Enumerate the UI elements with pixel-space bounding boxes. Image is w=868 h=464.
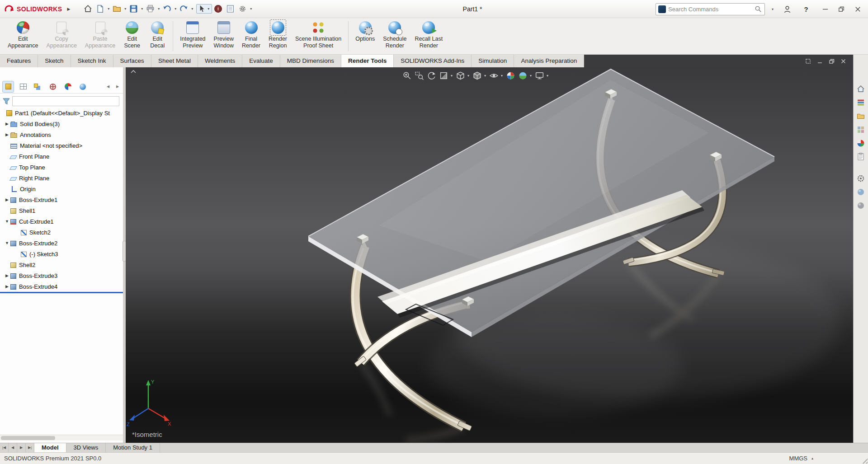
apply-scene-dropdown-arrow[interactable]: ▾ [528, 74, 533, 78]
display-style-dropdown-arrow[interactable]: ▾ [483, 74, 487, 78]
edit-scene-button[interactable]: Edit Scene [119, 20, 145, 50]
appearances-scenes-decals-icon[interactable] [856, 139, 865, 148]
tree-item-solid-bodies[interactable]: ▶ Solid Bodies(3) [0, 118, 123, 129]
undo-button[interactable] [161, 3, 173, 15]
propertymanager-tab[interactable] [18, 81, 28, 92]
select-tool-button[interactable]: ▾ [196, 4, 212, 14]
tree-item-annotations[interactable]: ▶ Annotations [0, 129, 123, 140]
tree-item-cut-extrude1[interactable]: ▼ Cut-Extrude1 [0, 216, 123, 227]
print-button[interactable] [144, 3, 156, 15]
settings-button[interactable] [236, 3, 249, 15]
tree-item-origin[interactable]: Origin [0, 183, 123, 194]
save-button[interactable] [127, 3, 140, 15]
scrollbar-thumb[interactable] [1, 436, 55, 440]
section-view-dropdown-arrow[interactable]: ▾ [449, 74, 454, 78]
graphics-viewport[interactable]: Y X Z ▾ ▾ ▾ ▾ ▾ ▾ *Isometric [126, 67, 853, 443]
marketplace-icon[interactable] [856, 187, 865, 197]
expand-arrow[interactable]: ▶ [4, 197, 10, 202]
expand-arrow[interactable]: ▶ [4, 273, 10, 278]
search-commands-box[interactable] [656, 3, 765, 15]
final-render-button[interactable]: Final Render [238, 20, 264, 50]
tree-item-boss-extrude3[interactable]: ▶ Boss-Extrude3 [0, 270, 123, 281]
account-button[interactable] [780, 3, 794, 15]
tab-sheet-metal[interactable]: Sheet Metal [151, 55, 198, 67]
hide-show-dropdown-arrow[interactable]: ▾ [500, 74, 504, 78]
tab-scroll-prev[interactable]: ◀ [9, 443, 17, 452]
expand-arrow[interactable]: ▶ [4, 132, 10, 137]
tree-item-front-plane[interactable]: Front Plane [0, 151, 123, 162]
home-button[interactable] [82, 3, 94, 15]
tab-features[interactable]: Features [0, 55, 38, 67]
tab-sketch[interactable]: Sketch [38, 55, 71, 67]
view-palette-icon[interactable] [856, 125, 865, 134]
zoom-to-area-icon[interactable] [415, 71, 424, 80]
document-properties-button[interactable] [224, 3, 236, 15]
tree-item-right-plane[interactable]: Right Plane [0, 173, 123, 183]
tab-model[interactable]: Model [34, 443, 66, 452]
units-dropdown-arrow[interactable]: ▴ [810, 453, 815, 464]
doc-close-icon[interactable] [840, 58, 847, 65]
render-region-button[interactable]: Render Region [264, 20, 291, 50]
search-icon[interactable] [755, 5, 762, 13]
file-explorer-icon[interactable] [856, 112, 865, 121]
options-button[interactable]: Options [351, 20, 379, 43]
scene-illumination-proof-sheet-button[interactable]: Scene Illumination Proof Sheet [291, 20, 345, 50]
configurationmanager-tab[interactable] [33, 81, 43, 92]
redo-dropdown-arrow[interactable]: ▾ [190, 7, 194, 11]
view-orientation-dropdown-arrow[interactable]: ▾ [466, 74, 471, 78]
preview-window-button[interactable]: Preview Window [210, 20, 238, 50]
3d-model-glass-table[interactable]: Y X Z [126, 67, 853, 443]
solidworks-resources-icon[interactable] [856, 84, 865, 94]
fit-window-icon[interactable] [805, 58, 811, 65]
tab-render-tools[interactable]: Render Tools [341, 55, 394, 67]
hide-show-items-icon[interactable] [489, 71, 499, 80]
tree-item-top-plane[interactable]: Top Plane [0, 162, 123, 173]
zoom-to-fit-icon[interactable] [402, 71, 412, 80]
menu-expand-arrow[interactable]: ▶ [67, 7, 70, 11]
displaymanager-tab[interactable] [62, 81, 73, 92]
tree-item-boss-extrude4[interactable]: ▶ Boss-Extrude4 [0, 281, 123, 292]
paste-appearance-button[interactable]: Paste Appearance [81, 20, 119, 50]
tab-scroll-last[interactable]: ▶| [26, 443, 34, 452]
featuremanager-tab[interactable] [3, 81, 14, 92]
select-dropdown-arrow[interactable]: ▾ [206, 7, 211, 11]
tab-analysis-preparation[interactable]: Analysis Preparation [514, 55, 584, 67]
view-orientation-icon[interactable] [456, 71, 465, 80]
display-style-icon[interactable] [472, 71, 482, 80]
integrated-preview-button[interactable]: Integrated Preview [176, 20, 209, 50]
filter-funnel-icon[interactable] [3, 98, 10, 105]
open-button[interactable] [111, 3, 123, 15]
tree-item-part1[interactable]: Part1 (Default<<Default>_Display St [0, 108, 123, 118]
tab-surfaces[interactable]: Surfaces [113, 55, 151, 67]
redo-button[interactable] [178, 3, 190, 15]
tree-item-boss-extrude1[interactable]: ▶ Boss-Extrude1 [0, 194, 123, 205]
forum-icon[interactable] [856, 201, 865, 210]
tab-simulation[interactable]: Simulation [472, 55, 514, 67]
expand-arrow[interactable]: ▼ [4, 219, 10, 224]
tree-item-material[interactable]: Material <not specified> [0, 140, 123, 151]
schedule-render-button[interactable]: Schedule Render [379, 20, 410, 50]
edit-decal-button[interactable]: Edit Decal [145, 20, 170, 50]
tree-item-sketch3[interactable]: (-) Sketch3 [0, 248, 123, 259]
tab-solidworks-add-ins[interactable]: SOLIDWORKS Add-Ins [394, 55, 472, 67]
rollback-bar[interactable] [0, 292, 123, 293]
copy-appearance-button[interactable]: Copy Appearance [42, 20, 80, 50]
view-settings-icon[interactable] [535, 71, 544, 80]
tab-evaluate[interactable]: Evaluate [242, 55, 280, 67]
expand-arrow[interactable]: ▼ [4, 241, 10, 245]
edit-appearance-button[interactable]: Edit Appearance [4, 20, 42, 50]
cam-manager-tab[interactable] [77, 81, 88, 92]
view-settings-dropdown-arrow[interactable]: ▾ [545, 74, 550, 78]
panel-flyout-chevron-icon[interactable] [130, 70, 137, 74]
minimize-button[interactable] [818, 3, 832, 15]
apply-scene-icon[interactable] [518, 71, 528, 80]
section-view-icon[interactable] [439, 71, 448, 80]
search-dropdown-arrow[interactable]: ▾ [770, 7, 775, 11]
new-document-button[interactable] [94, 3, 106, 15]
doc-restore-icon[interactable] [828, 58, 835, 65]
print-dropdown-arrow[interactable]: ▾ [156, 7, 161, 11]
expand-arrow[interactable]: ▶ [4, 284, 10, 289]
previous-view-icon[interactable] [427, 71, 436, 80]
tree-item-boss-extrude2[interactable]: ▼ Boss-Extrude2 [0, 238, 123, 248]
save-dropdown-arrow[interactable]: ▾ [140, 7, 144, 11]
